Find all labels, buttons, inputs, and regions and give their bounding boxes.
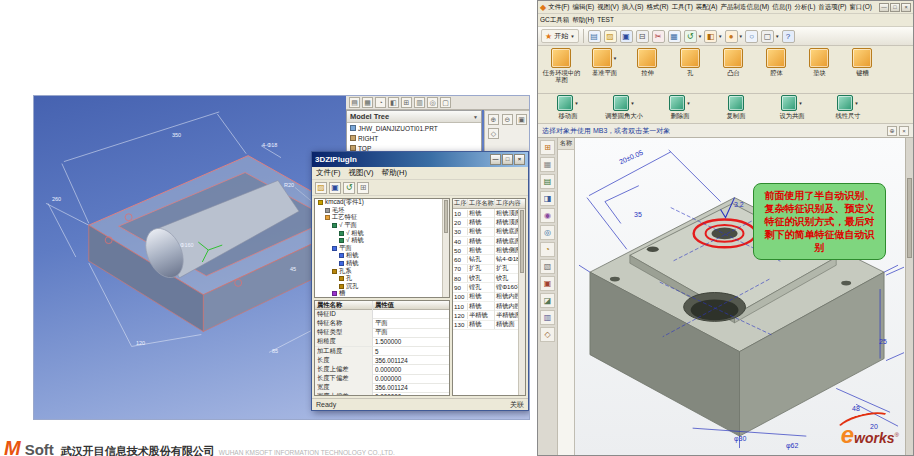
operation-row[interactable]: 10 粗铣 粗铣顶面 (453, 209, 518, 218)
zoom-out-icon[interactable]: ⊖ (502, 114, 513, 125)
tree-scrollbar[interactable] (442, 199, 449, 297)
property-row[interactable]: 宽度上偏差 0.000000 (315, 393, 449, 396)
operation-row[interactable]: 20 精铣 精铣顶面 (453, 218, 518, 227)
reuse-library-icon[interactable]: ◨ (540, 191, 555, 206)
feature-button[interactable]: 腔体 (756, 48, 797, 76)
maximize-button[interactable]: □ (502, 154, 513, 165)
start-button[interactable]: ★ 开始 ▼ (541, 29, 579, 43)
menu-item[interactable]: 首选项(P) (818, 3, 846, 12)
feature-tree-item[interactable]: √ 平面 (315, 222, 442, 230)
save-icon[interactable]: ▣ (620, 30, 634, 43)
undo-icon[interactable]: ↺ ▼ (684, 30, 702, 43)
wireframe-display-icon[interactable]: ○ (745, 30, 759, 43)
window-icon[interactable]: ▢ ▼ (761, 30, 779, 43)
table-scrollbar[interactable] (518, 209, 525, 395)
dialog-menu-item[interactable]: 视图(V) (349, 168, 374, 178)
shaded-display-icon[interactable]: ● ▼ (725, 30, 743, 43)
operation-row[interactable]: 70 扩孔 扩孔 (453, 265, 518, 274)
copy-icon[interactable]: ▦ (668, 30, 682, 43)
sync-modeling-button[interactable]: ▼ 移动面 (541, 95, 595, 119)
layer-icon[interactable]: ▤ (349, 97, 360, 108)
operation-row[interactable]: 90 镗孔 镗Φ160孔 (453, 283, 518, 292)
menu-item[interactable]: GC工具箱 (540, 16, 569, 25)
menu-item[interactable]: TEST (597, 16, 614, 25)
feature-button[interactable]: ▼ 基准平面 (584, 48, 625, 76)
sync-modeling-button[interactable]: 复制面 (709, 95, 763, 119)
close-button[interactable]: × (901, 3, 911, 12)
roles-icon[interactable]: ◪ (540, 293, 555, 308)
model-tree-item[interactable]: JHW_DIANJIZUOTI01.PRT (347, 123, 481, 133)
menu-item[interactable]: 视图(V) (597, 3, 619, 12)
help-icon[interactable]: ? (782, 30, 796, 43)
save-icon[interactable]: ▣ (329, 182, 341, 194)
minimize-button[interactable]: — (490, 154, 501, 165)
history-icon[interactable]: ◔ (540, 242, 555, 257)
menu-item[interactable]: 窗口(O) (850, 3, 872, 12)
restore-button[interactable]: □ (890, 3, 900, 12)
model-tree-item[interactable]: RIGHT (347, 133, 481, 143)
new-file-icon[interactable]: ▤ (588, 30, 602, 43)
sync-modeling-button[interactable]: ▼ 调整圆角大小 (597, 95, 651, 119)
chevron-down-icon[interactable]: ▼ (473, 114, 478, 120)
feature-button[interactable]: 凸台 (713, 48, 754, 76)
dialog-menu-item[interactable]: 帮助(H) (382, 168, 407, 178)
feature-tree-item[interactable]: √ 精铣 (315, 237, 442, 245)
operation-row[interactable]: 30 粗铣 粗铣底面 (453, 228, 518, 237)
menu-item[interactable]: 产品制造信息(M) (721, 3, 770, 12)
close-button[interactable]: × (514, 154, 525, 165)
dialog-menu-item[interactable]: 文件(F) (316, 168, 341, 178)
snap-point-icon[interactable]: ⊕ (887, 126, 897, 136)
view-orient-icon[interactable]: ◧ ▼ (704, 30, 722, 43)
feature-button[interactable]: 键槽 (842, 48, 883, 76)
feature-tree-item[interactable]: √ 粗铣 (315, 229, 442, 237)
operation-row[interactable]: 50 粗铣 粗铣侧面 (453, 246, 518, 255)
close-bar-icon[interactable]: × (899, 126, 909, 136)
operation-row[interactable]: 60 钻孔 钻4-Φ18孔 (453, 255, 518, 264)
orient-icon[interactable]: ◇ (488, 128, 499, 139)
system-materials-icon[interactable]: ▥ (540, 310, 555, 325)
feature-tree-item[interactable]: 平面 (315, 245, 442, 253)
operation-row[interactable]: 130 精铣 精铣面 (453, 321, 518, 330)
annotation-display-icon[interactable]: ▥ (414, 97, 425, 108)
sync-modeling-button[interactable]: ▼ 线性尺寸 (821, 95, 875, 119)
constraint-navigator-icon[interactable]: ▦ (540, 157, 555, 172)
feature-tree-item[interactable]: 沉孔 (315, 283, 442, 291)
touch-mode-icon[interactable]: ◇ (540, 327, 555, 342)
menu-item[interactable]: 装配(A) (696, 3, 718, 12)
menu-item[interactable]: 帮助(H) (572, 16, 594, 25)
view-manager-icon[interactable]: ▦ (362, 97, 373, 108)
feature-tree-item[interactable]: 粗铣 (315, 252, 442, 260)
model-tree-header[interactable]: Model Tree ▼ (347, 111, 481, 123)
scrollbar-thumb[interactable] (520, 210, 524, 273)
part-navigator-icon[interactable]: ▤ (540, 174, 555, 189)
spin-center-icon[interactable]: ◎ (427, 97, 438, 108)
datum-display-icon[interactable]: ⊞ (401, 97, 412, 108)
cut-icon[interactable]: ✂ (652, 30, 666, 43)
process-studio-icon[interactable]: ▧ (540, 259, 555, 274)
menu-item[interactable]: 插入(S) (622, 3, 644, 12)
dialog-titlebar[interactable]: 3DZIPlugIn —□× (312, 152, 528, 167)
feature-button[interactable]: 拉伸 (627, 48, 668, 76)
saved-views-icon[interactable]: ▢ (440, 97, 451, 108)
sync-modeling-button[interactable]: ▼ 删除面 (653, 95, 707, 119)
menu-item[interactable]: 编辑(E) (572, 3, 594, 12)
repaint-icon[interactable]: ◔ (375, 97, 386, 108)
refresh-icon[interactable]: ↺ (343, 182, 355, 194)
feature-tree-item[interactable]: 孔 (315, 275, 442, 283)
operation-row[interactable]: 80 铰孔 铰孔 (453, 274, 518, 283)
menu-item[interactable]: 信息(I) (772, 3, 791, 12)
open-icon[interactable]: ▨ (604, 30, 618, 43)
feature-button[interactable]: 孔 (670, 48, 711, 76)
hd3d-tools-icon[interactable]: ◉ (540, 208, 555, 223)
viewport-scrollbar[interactable] (905, 138, 913, 455)
feature-tree-item[interactable]: 孔系 (315, 267, 442, 275)
manufacturing-wizard-icon[interactable]: ▣ (540, 276, 555, 291)
refit-icon[interactable]: ▣ (516, 114, 527, 125)
menu-item[interactable]: 工具(T) (672, 3, 693, 12)
assembly-navigator-icon[interactable]: ⊞ (540, 140, 555, 155)
scrollbar-thumb[interactable] (444, 200, 448, 233)
settings-icon[interactable]: ⊞ (357, 182, 369, 194)
menu-item[interactable]: 文件(F) (548, 3, 569, 12)
print-icon[interactable]: ⊟ (636, 30, 650, 43)
feature-tree-item[interactable]: 工艺特征 (315, 214, 442, 222)
